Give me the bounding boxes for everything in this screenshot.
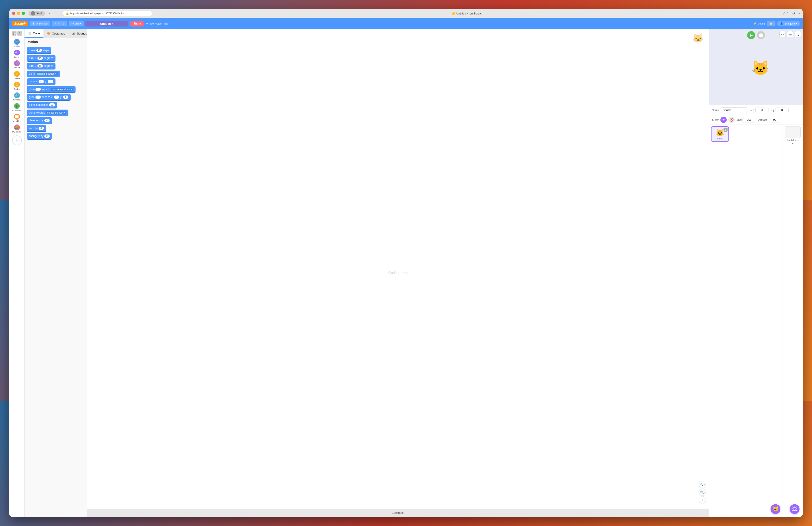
profile-menu[interactable]: Work (29, 11, 45, 16)
events-label: Events (14, 77, 20, 79)
avatar (31, 11, 35, 16)
share-button[interactable]: Share (130, 21, 144, 27)
sidebar-item-operators[interactable]: ➕ Operators (12, 102, 22, 112)
main-area: 📋 8 🏃 Motion 👁 Looks � (9, 29, 304, 200)
sidebar-item-events[interactable]: ⚡ Events (12, 70, 22, 80)
block-text: set x to (29, 127, 38, 130)
block-change-x[interactable]: change x by 10 (27, 117, 52, 124)
block-turn-cw[interactable]: turn ↻ 15 degrees (27, 55, 56, 62)
move-steps-input[interactable]: 10 (36, 49, 42, 52)
block-text: change y by (29, 135, 43, 138)
block-move[interactable]: move 10 steps (27, 47, 51, 54)
sidebar-item-looks[interactable]: 👁 Looks (12, 49, 22, 59)
block-text: go to x: (29, 80, 38, 83)
sound-icon: 🔊 (14, 60, 20, 66)
block-palette: 📋 Code 🎨 Costumes 🔊 Sounds Motion (25, 29, 87, 200)
block-text: glide (29, 95, 34, 99)
sensing-icon: 🔍 (14, 92, 20, 98)
sidebar-item-control[interactable]: ⏱ Control (12, 81, 22, 91)
settings-menu[interactable]: ⚙ ⚙ Settings (30, 21, 50, 26)
fullscreen-button[interactable] (22, 12, 25, 15)
sidebar-item-motion[interactable]: 🏃 Motion (12, 38, 22, 48)
operators-label: Operators (12, 109, 21, 111)
editor-tabs: 📋 Code 🎨 Costumes 🔊 Sounds (25, 29, 87, 38)
address-bar[interactable]: 🔒 https://scratch.mit.edu/projects/11379… (63, 11, 152, 16)
sounds-tab-icon: 🔊 (72, 32, 76, 35)
block-change-y[interactable]: change y by 10 (27, 133, 52, 140)
motion-label: Motion (14, 45, 20, 47)
edit-menu[interactable]: ✏ Edit ▾ (69, 21, 84, 26)
block-y-label: y: (60, 95, 62, 99)
minimize-button[interactable] (17, 12, 20, 15)
point-towards-dropdown[interactable]: mouse-pointer ▾ (46, 111, 66, 115)
category-list: 📋 8 🏃 Motion 👁 Looks � (9, 31, 24, 134)
turn-ccw-degrees-input[interactable]: 15 (38, 64, 43, 67)
block-mid: secs to x: (42, 95, 53, 99)
url-text: https://scratch.mit.edu/projects/1137929… (70, 12, 125, 15)
scratch-logo[interactable]: Scratch (12, 21, 28, 26)
file-icon: ✎ (55, 22, 57, 25)
add-extension-button[interactable]: + (12, 135, 22, 145)
back-button[interactable]: ‹ (47, 10, 53, 16)
turn-ccw-icon: ↺ (34, 64, 37, 67)
block-set-x[interactable]: set x to 0 (27, 125, 46, 132)
forward-button[interactable]: › (55, 10, 61, 16)
see-project-button[interactable]: ⟳ See Project Page (146, 22, 169, 25)
close-button[interactable] (12, 12, 15, 15)
goto-dropdown[interactable]: random position ▾ (36, 72, 58, 75)
block-text: point towards (29, 111, 45, 114)
goto-x-input[interactable]: 0 (39, 80, 44, 83)
settings-icon: ⚙ (32, 22, 35, 25)
block-point-towards[interactable]: point towards mouse-pointer ▾ (27, 109, 69, 116)
point-direction-input[interactable]: 90 (49, 103, 55, 106)
block-suffix: degrees (44, 64, 53, 67)
block-text: move (29, 49, 35, 52)
operators-icon: ➕ (14, 103, 20, 109)
glide-xy-y-input[interactable]: 0 (63, 95, 69, 99)
set-x-input[interactable]: 0 (39, 127, 44, 130)
something-icon[interactable]: 8 (17, 31, 22, 36)
block-glide-xy[interactable]: glide 1 secs to x: 0 y: 0 (27, 94, 71, 101)
costumes-tab-label: Costumes (52, 32, 65, 35)
goto-y-input[interactable]: 0 (48, 80, 53, 83)
block-point-direction[interactable]: point in direction 90 (27, 102, 57, 108)
block-goto-xy[interactable]: go to x: 0 y: 0 (27, 78, 56, 85)
scratch-toolbar: Scratch ⚙ ⚙ Settings ✎ ✎ File ✏ Edit ▾ S… (9, 18, 304, 29)
glide-xy-secs-input[interactable]: 1 (35, 95, 41, 99)
block-turn-ccw[interactable]: turn ↺ 15 degrees (27, 63, 56, 70)
block-suffix: steps (43, 49, 49, 52)
block-text: change x by (29, 119, 43, 122)
block-goto[interactable]: go to random position ▾ (27, 71, 60, 77)
turn-cw-icon: ↻ (34, 57, 37, 60)
glide-secs-input[interactable]: 1 (35, 88, 41, 91)
palette-category: Motion (28, 40, 38, 44)
file-menu[interactable]: ✎ ✎ File (52, 21, 67, 26)
project-name-input[interactable] (85, 21, 128, 27)
sidebar-item-variables[interactable]: 📊 Variables (12, 113, 22, 123)
tab-sounds[interactable]: 🔊 Sounds (69, 29, 87, 37)
traffic-lights (12, 12, 25, 15)
favicon: 🔒 (66, 12, 69, 15)
control-icon: ⏱ (14, 82, 20, 88)
category-sidebar: 📋 8 🏃 Motion 👁 Looks � (9, 29, 25, 200)
variables-label: Variables (13, 120, 21, 122)
control-label: Control (14, 88, 20, 90)
sidebar-item-sensing[interactable]: 🔍 Sensing (12, 92, 22, 102)
tab-code[interactable]: 📋 Code (25, 29, 43, 37)
sidebar-item-sound[interactable]: 🔊 Sound (12, 60, 22, 70)
coding-area[interactable]: Coding area 🐱 🔍+ 🔍- ≡ Backpack (87, 29, 304, 200)
code-tab-label: Code (33, 32, 40, 35)
tab-costumes[interactable]: 🎨 Costumes (43, 29, 69, 37)
change-y-input[interactable]: 10 (44, 135, 50, 138)
glide-xy-x-input[interactable]: 0 (54, 95, 59, 99)
edit-icon: ✏ (72, 22, 74, 25)
block-glide-to[interactable]: glide 1 secs to random position ▾ (27, 86, 75, 93)
change-x-input[interactable]: 10 (44, 119, 50, 122)
turn-cw-degrees-input[interactable]: 15 (38, 57, 43, 60)
glide-to-dropdown[interactable]: random position ▾ (51, 88, 73, 91)
looks-icon: 👁 (14, 50, 20, 56)
myblocks-icon: 🧩 (14, 124, 20, 130)
code-tab-icon[interactable]: 📋 (12, 31, 16, 36)
sidebar-item-myblocks[interactable]: 🧩 My Blocks (12, 124, 22, 134)
costumes-tab-icon: 🎨 (47, 32, 50, 35)
